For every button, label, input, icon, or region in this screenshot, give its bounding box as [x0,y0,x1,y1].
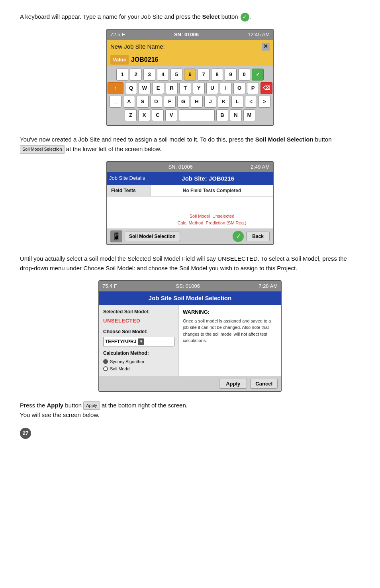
kb-close-button[interactable]: ✕ [262,43,270,51]
key-k[interactable]: K [218,96,230,108]
choose-soil-dropdown[interactable]: TEFFTYP.PRJ ▼ [103,337,174,346]
job-content-area: Soil Model Unselected Calc. Method Predi… [107,197,273,228]
kb-value-text: JOB0216 [131,55,159,65]
key-f[interactable]: F [164,96,176,108]
key-o[interactable]: O [233,82,245,94]
key-underscore[interactable]: _ [110,96,121,108]
kb-title-center: SN: 01006 [174,31,199,39]
bottom-text-1: Press the [20,402,47,409]
key-0[interactable]: 0 [238,69,250,81]
key-1[interactable]: 1 [116,69,128,81]
key-r[interactable]: R [166,82,178,94]
radio-sydney[interactable]: Sydney Algorithm [103,358,174,365]
key-a[interactable]: A [123,96,135,108]
field-tests-row: Field Tests No Field Tests Completed [107,185,273,197]
key-check[interactable]: ✓ [252,69,264,81]
keyboard-titlebar: 72.5 F SN: 01006 12:45 AM [107,29,273,40]
bottom-bold-1: Apply [47,402,64,409]
job-footer: 📱 Soil Model Selection ✓ Back [107,228,273,244]
kb-row-3: _ A S D F G H J K L < > [110,96,270,108]
footer-check-button[interactable]: ✓ [233,231,244,242]
key-e[interactable]: E [152,82,164,94]
choose-soil-label: Choose Soil Model: [103,328,174,335]
key-lt[interactable]: < [245,96,257,108]
page-number: 27 [20,428,31,439]
job-screen-wrap: SN: 01006 2:49 AM Job Site Details Job S… [20,161,360,245]
choose-soil-value: TEFFTYP.PRJ [105,338,136,345]
key-5[interactable]: 5 [170,69,182,81]
key-w[interactable]: W [139,82,151,94]
key-c[interactable]: C [152,109,164,121]
kb-value-label: Value [110,55,129,65]
soil-screen-wrap: 75.4 F SS: 01006 7:28 AM Job Site Soil M… [20,280,360,392]
bottom-text-2: You will see the screen below. [20,411,100,418]
key-j[interactable]: J [204,96,216,108]
dropdown-arrow-icon: ▼ [138,338,144,345]
key-b[interactable]: B [216,109,228,121]
field-tests-label: Field Tests [107,185,151,196]
back-button[interactable]: Back [246,232,270,241]
radio-sydney-label: Sydney Algorithm [110,358,144,365]
key-gt[interactable]: > [259,96,270,108]
soil-left-panel: Selected Soil Model: UNSELECTED Choose S… [99,305,179,376]
job-screen: SN: 01006 2:49 AM Job Site Details Job S… [106,161,274,245]
key-i[interactable]: I [220,82,232,94]
key-space1[interactable] [179,109,215,121]
key-3[interactable]: 3 [143,69,155,81]
key-9[interactable]: 9 [225,69,237,81]
key-s[interactable]: S [137,96,149,108]
bottom-text-1c: at the bottom right of the screen. [102,402,188,409]
middle-text-1b: button [313,136,332,143]
soil-right-panel: WARNING: Once a soil model is assigned a… [179,305,281,376]
kb-value-row: Value JOB0216 [107,53,273,66]
key-4[interactable]: 4 [157,69,169,81]
key-t[interactable]: T [179,82,191,94]
radio-soil-model[interactable]: Soil Model [103,366,174,372]
key-y[interactable]: Y [193,82,205,94]
key-x[interactable]: X [138,109,150,121]
soil-model-row: Soil Model Unselected [190,214,235,218]
key-h[interactable]: H [191,96,203,108]
key-q[interactable]: Q [125,82,137,94]
job-title-center: SN: 01006 [168,163,192,171]
keyboard-screen-wrap: 72.5 F SN: 01006 12:45 AM New Job Site N… [20,29,360,126]
middle-paragraph-1: You've now created a Job Site and need t… [20,135,360,154]
key-2[interactable]: 2 [130,69,142,81]
key-7[interactable]: 7 [198,69,210,81]
key-backspace[interactable]: ⌫ [261,82,272,94]
job-site-header: Job Site Details Job Site: JOB0216 [107,172,273,185]
key-p[interactable]: P [247,82,259,94]
apply-button[interactable]: Apply [219,379,247,389]
key-z[interactable]: Z [125,109,137,121]
warning-text: Once a soil model is assigned and saved … [183,318,277,344]
key-d[interactable]: D [150,96,162,108]
key-shift[interactable]: ↑ [108,82,123,94]
cancel-button[interactable]: Cancel [250,379,278,389]
intro-paragraph: A keyboard will appear. Type a name for … [20,12,360,22]
key-m[interactable]: M [243,109,255,121]
soil-body: Selected Soil Model: UNSELECTED Choose S… [99,305,281,376]
kb-title-left: 72.5 F [110,31,125,39]
soil-info: Soil Model Unselected Calc. Method Predi… [151,211,273,228]
key-6[interactable]: 6 [184,69,196,81]
middle-bold-1: Soil Model Selection [255,136,313,143]
bottom-paragraph: Press the Apply button Apply at the bott… [20,401,360,420]
soil-model-inline-tag: Soil Model Selection [20,145,65,154]
soil-main-header: Job Site Soil Model Selection [99,291,281,305]
radio-soil-model-label: Soil Model [110,366,130,372]
job-site-label: Job Site Details [109,174,145,182]
soil-title-left: 75.4 F [102,282,117,290]
job-title-right: 2:49 AM [251,163,270,171]
soil-screen: 75.4 F SS: 01006 7:28 AM Job Site Soil M… [98,280,282,392]
key-n[interactable]: N [230,109,242,121]
key-v[interactable]: V [165,109,177,121]
key-u[interactable]: U [206,82,218,94]
footer-device-icon: 📱 [110,230,122,242]
key-g[interactable]: G [177,96,189,108]
key-8[interactable]: 8 [211,69,223,81]
kb-row-2: ↑ Q W E R T Y U I O P ⌫ [110,82,270,94]
kb-row-4: Z X C V B N M [110,109,270,121]
soil-model-selection-button[interactable]: Soil Model Selection [125,232,180,241]
key-l[interactable]: L [231,96,243,108]
intro-text-1: A keyboard will appear. Type a name for … [20,13,202,20]
